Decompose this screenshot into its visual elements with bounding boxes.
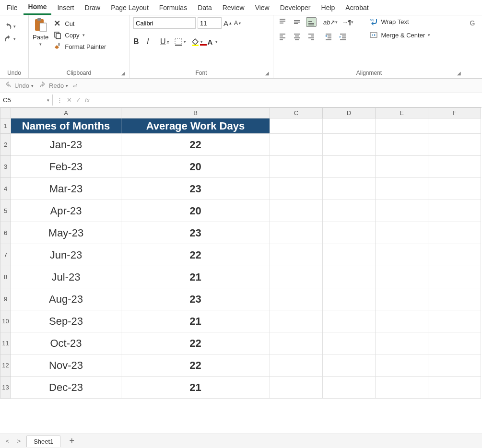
redo-button[interactable]: ▾ bbox=[4, 35, 16, 43]
cell[interactable] bbox=[323, 156, 376, 178]
orientation-button[interactable]: ab↗▾ bbox=[323, 17, 338, 27]
cell[interactable] bbox=[376, 332, 428, 354]
fx-icon[interactable]: fx bbox=[85, 96, 90, 104]
cancel-formula-button[interactable]: ✕ bbox=[67, 96, 72, 104]
clipboard-launcher[interactable]: ◢ bbox=[121, 71, 128, 77]
cell[interactable] bbox=[428, 332, 481, 354]
decrease-indent-button[interactable] bbox=[323, 32, 334, 41]
cell[interactable] bbox=[270, 156, 323, 178]
cell[interactable] bbox=[376, 310, 428, 332]
cell[interactable] bbox=[428, 118, 481, 134]
menu-formulas[interactable]: Formulas bbox=[154, 1, 192, 14]
cell[interactable] bbox=[270, 222, 323, 244]
row-header[interactable]: 7 bbox=[0, 244, 11, 266]
font-name-input[interactable] bbox=[133, 17, 196, 29]
cell[interactable] bbox=[428, 266, 481, 288]
col-header-A[interactable]: A bbox=[11, 108, 121, 118]
menu-draw[interactable]: Draw bbox=[80, 1, 105, 14]
col-header-C[interactable]: C bbox=[270, 108, 323, 118]
row-header[interactable]: 3 bbox=[0, 156, 11, 178]
cell[interactable]: 23 bbox=[121, 222, 270, 244]
cell[interactable] bbox=[270, 354, 323, 377]
cell[interactable] bbox=[270, 244, 323, 266]
align-right-button[interactable] bbox=[306, 32, 317, 41]
cell[interactable] bbox=[376, 266, 428, 288]
menu-data[interactable]: Data bbox=[193, 1, 217, 14]
align-bottom-button[interactable] bbox=[306, 17, 317, 27]
row-header[interactable]: 6 bbox=[0, 222, 11, 244]
wrap-text-button[interactable]: ab Wrap Text bbox=[369, 17, 430, 26]
cell[interactable]: 23 bbox=[121, 178, 270, 200]
align-left-button[interactable] bbox=[277, 32, 288, 41]
font-size-input[interactable] bbox=[198, 17, 222, 29]
name-box[interactable]: C5 ▾ bbox=[0, 94, 53, 106]
row-header[interactable]: 1 bbox=[0, 118, 11, 134]
cell[interactable] bbox=[323, 310, 376, 332]
cell[interactable]: Names of Months bbox=[11, 118, 121, 134]
cut-button[interactable]: Cut bbox=[53, 19, 106, 28]
cell[interactable] bbox=[376, 156, 428, 178]
alignment-launcher[interactable]: ◢ bbox=[457, 71, 464, 77]
cell[interactable]: Jan-23 bbox=[11, 134, 121, 156]
col-header-E[interactable]: E bbox=[376, 108, 428, 118]
menu-page-layout[interactable]: Page Layout bbox=[106, 1, 153, 14]
menu-review[interactable]: Review bbox=[218, 1, 249, 14]
cell[interactable] bbox=[270, 332, 323, 354]
row-header[interactable]: 8 bbox=[0, 266, 11, 288]
cell[interactable]: 20 bbox=[121, 156, 270, 178]
cell[interactable]: 20 bbox=[121, 200, 270, 222]
cell[interactable]: 21 bbox=[121, 310, 270, 332]
decrease-font-button[interactable]: A▾ bbox=[234, 20, 243, 26]
cell[interactable] bbox=[323, 377, 376, 399]
cell[interactable]: 21 bbox=[121, 266, 270, 288]
cell[interactable] bbox=[376, 200, 428, 222]
cell[interactable] bbox=[428, 310, 481, 332]
cell[interactable] bbox=[270, 200, 323, 222]
row-header[interactable]: 12 bbox=[0, 354, 11, 377]
underline-button[interactable]: U▾ bbox=[160, 37, 169, 46]
cell[interactable] bbox=[270, 178, 323, 200]
select-all-corner[interactable] bbox=[0, 108, 11, 118]
cell[interactable] bbox=[376, 288, 428, 310]
cell[interactable] bbox=[376, 222, 428, 244]
number-format-general[interactable]: G bbox=[470, 19, 475, 27]
row-header[interactable]: 4 bbox=[0, 178, 11, 200]
cell[interactable] bbox=[323, 178, 376, 200]
increase-indent-button[interactable] bbox=[338, 32, 348, 41]
paste-button[interactable]: Paste ▾ bbox=[33, 17, 48, 47]
qat-undo-button[interactable]: Undo ▾ bbox=[4, 82, 34, 90]
undo-button[interactable]: ▾ bbox=[4, 22, 16, 31]
cell[interactable] bbox=[428, 244, 481, 266]
cell[interactable] bbox=[323, 118, 376, 134]
format-painter-button[interactable]: Format Painter bbox=[53, 42, 106, 51]
increase-font-button[interactable]: A▴ bbox=[223, 19, 232, 27]
cell[interactable] bbox=[270, 266, 323, 288]
cell[interactable] bbox=[323, 354, 376, 377]
menu-help[interactable]: Help bbox=[317, 1, 340, 14]
cell[interactable] bbox=[376, 354, 428, 377]
cell[interactable] bbox=[428, 288, 481, 310]
cell[interactable] bbox=[323, 134, 376, 156]
col-header-F[interactable]: F bbox=[428, 108, 481, 118]
cell[interactable] bbox=[428, 178, 481, 200]
cell[interactable]: Average Work Days bbox=[121, 118, 270, 134]
formula-input[interactable] bbox=[94, 94, 482, 106]
cell[interactable] bbox=[323, 244, 376, 266]
row-header[interactable]: 11 bbox=[0, 332, 11, 354]
cell[interactable] bbox=[376, 377, 428, 399]
cell[interactable] bbox=[428, 222, 481, 244]
cell[interactable] bbox=[428, 354, 481, 377]
cell[interactable]: Jun-23 bbox=[11, 244, 121, 266]
cell[interactable] bbox=[270, 377, 323, 399]
cell[interactable] bbox=[376, 118, 428, 134]
cell[interactable] bbox=[323, 332, 376, 354]
cell[interactable] bbox=[270, 134, 323, 156]
col-header-B[interactable]: B bbox=[121, 108, 270, 118]
cell[interactable] bbox=[428, 377, 481, 399]
row-header[interactable]: 2 bbox=[0, 134, 11, 156]
cell[interactable] bbox=[270, 310, 323, 332]
cell[interactable]: 22 bbox=[121, 354, 270, 377]
menu-view[interactable]: View bbox=[250, 1, 274, 14]
cell[interactable] bbox=[428, 156, 481, 178]
cell[interactable]: Sep-23 bbox=[11, 310, 121, 332]
